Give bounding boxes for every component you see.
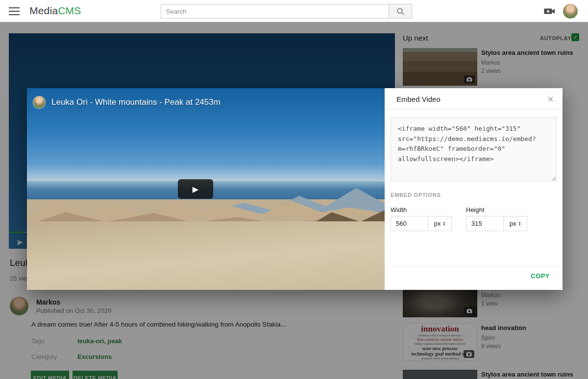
unit-label: px <box>434 220 441 227</box>
divider <box>385 109 563 110</box>
height-unit-select[interactable]: px ▲▼ <box>504 216 527 231</box>
width-unit-select[interactable]: px ▲▼ <box>428 216 452 231</box>
width-input[interactable] <box>391 216 428 231</box>
height-label: Height <box>466 206 485 213</box>
divider <box>385 266 563 266</box>
dialog-title: Embed Video <box>396 95 441 103</box>
user-avatar[interactable] <box>563 4 578 19</box>
search-button[interactable] <box>389 4 412 19</box>
preview-video-title: Leuka Ori - White mountains - Peak at 24… <box>51 97 220 107</box>
height-input[interactable] <box>466 216 504 231</box>
spinner-icon: ▲▼ <box>442 221 445 226</box>
embed-options-label: EMBED OPTIONS <box>391 192 441 198</box>
preview-play-button[interactable]: ▶ <box>178 179 213 199</box>
spinner-icon: ▲▼ <box>518 221 521 226</box>
embed-video-modal: Leuka Ori - White mountains - Peak at 24… <box>27 88 563 290</box>
embed-preview-player[interactable]: Leuka Ori - White mountains - Peak at 24… <box>27 88 385 290</box>
embed-dialog: Embed Video × <iframe width="560" height… <box>385 88 563 290</box>
preview-author-avatar[interactable] <box>33 96 46 109</box>
unit-label: px <box>510 220 516 227</box>
play-icon: ▶ <box>193 185 198 194</box>
app-logo[interactable]: MediaCMS <box>29 5 81 17</box>
close-icon[interactable]: × <box>547 93 554 106</box>
width-label: Width <box>391 206 407 213</box>
search-input[interactable] <box>161 4 389 19</box>
copy-button[interactable]: COPY <box>531 272 550 280</box>
embed-code-textarea[interactable]: <iframe width="560" height="315" src="ht… <box>391 118 557 181</box>
upload-video-icon[interactable] <box>544 6 556 16</box>
search-icon <box>396 7 405 16</box>
app-header: MediaCMS <box>0 0 588 22</box>
menu-icon[interactable] <box>9 7 20 15</box>
preview-ground <box>27 221 385 290</box>
